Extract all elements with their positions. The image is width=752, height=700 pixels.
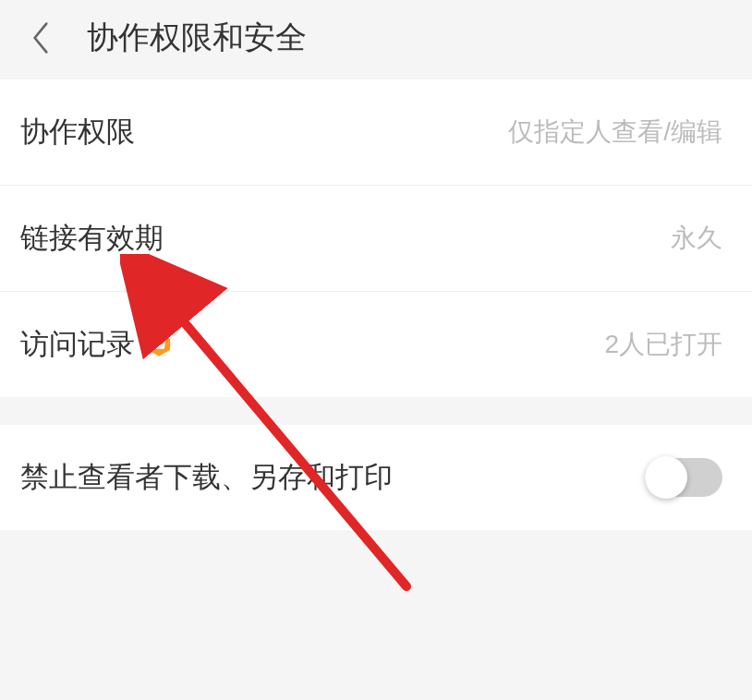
row-restrict-download: 禁止查看者下载、另存和打印 xyxy=(0,425,752,530)
page-title: 协作权限和安全 xyxy=(87,17,307,59)
row-label-access-log-text: 访问记录 xyxy=(20,325,135,364)
row-value-expiry: 永久 xyxy=(671,221,722,256)
row-permission[interactable]: 协作权限 仅指定人查看/编辑 xyxy=(0,79,752,185)
chevron-left-icon xyxy=(30,20,50,55)
settings-section-2: 禁止查看者下载、另存和打印 xyxy=(0,425,752,530)
row-value-access-log: 2人已打开 xyxy=(604,327,722,362)
back-button[interactable] xyxy=(30,20,50,55)
restrict-download-toggle[interactable] xyxy=(645,458,722,497)
row-label-restrict: 禁止查看者下载、另存和打印 xyxy=(20,458,393,497)
crown-icon xyxy=(146,332,172,357)
row-access-log[interactable]: 访问记录 2人已打开 xyxy=(0,291,752,397)
section-spacer xyxy=(0,397,752,425)
toggle-knob xyxy=(645,456,687,499)
bottom-spacer xyxy=(0,530,752,558)
row-value-permission: 仅指定人查看/编辑 xyxy=(508,115,722,150)
page-header: 协作权限和安全 xyxy=(0,0,752,79)
row-link-expiry[interactable]: 链接有效期 永久 xyxy=(0,185,752,291)
row-label-permission: 协作权限 xyxy=(20,113,135,151)
row-label-expiry: 链接有效期 xyxy=(20,219,164,258)
settings-section-1: 协作权限 仅指定人查看/编辑 链接有效期 永久 访问记录 2人已打开 xyxy=(0,79,752,397)
row-label-access-log: 访问记录 xyxy=(20,325,172,364)
